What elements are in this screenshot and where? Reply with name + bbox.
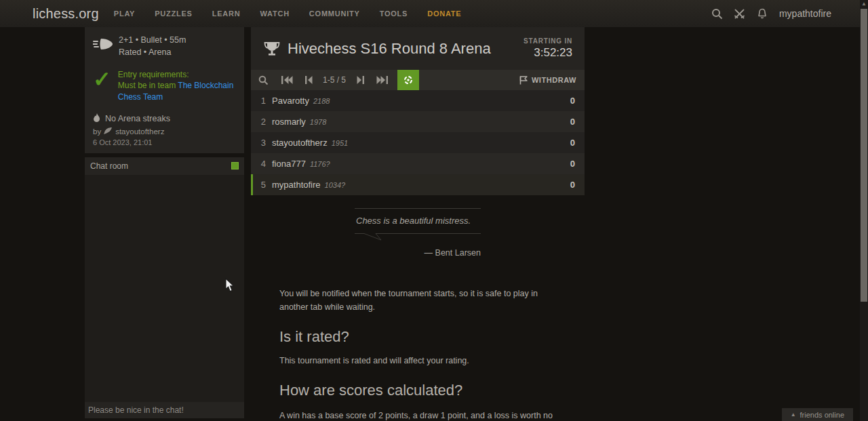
friends-online-label: friends online [800, 411, 844, 419]
tournament-sidebar: 2+1 • Bullet • 55m Rated • Arena ✓ Entry… [85, 27, 244, 421]
topnav: lichess.org PLAY PUZZLES LEARN WATCH COM… [0, 0, 868, 27]
player-name[interactable]: mypathtofire [272, 180, 321, 190]
nav-item-watch[interactable]: WATCH [260, 9, 289, 18]
challenges-crossed-swords-icon[interactable] [733, 7, 747, 20]
player-search-icon[interactable] [251, 70, 275, 90]
expand-up-icon: ▲ [791, 412, 796, 418]
standings-row[interactable]: 4 fiona777 1176? 0 [251, 153, 585, 174]
chat-input[interactable] [85, 402, 244, 418]
flag-icon [519, 76, 528, 85]
trophy-icon [263, 40, 281, 58]
quote-author: — Bent Larsen [355, 248, 481, 258]
chat-room-title: Chat room [90, 161, 128, 171]
player-rank: 1 [255, 96, 266, 106]
streaks-text: No Arena streaks [105, 114, 170, 123]
tournament-date: 6 Oct 2023, 21:01 [93, 138, 237, 146]
standings-row[interactable]: 1 Pavarotty 2188 0 [251, 90, 585, 111]
player-score: 0 [570, 180, 575, 190]
tournament-header: Hivechess S16 Round 8 Arena STARTING IN … [251, 27, 585, 70]
scrollbar-up-arrow[interactable]: ▲ [860, 0, 868, 8]
standings-toolbar: 1-5 / 5 WITHDRAW [251, 70, 585, 90]
player-score: 0 [570, 159, 575, 169]
scrollbar-thumb[interactable] [861, 9, 867, 302]
withdraw-label: WITHDRAW [532, 76, 576, 84]
player-name[interactable]: Pavarotty [272, 96, 309, 106]
topnav-right: mypathtofire [711, 7, 831, 20]
chat-toggle[interactable] [231, 162, 239, 169]
countdown-timer: 3:52:23 [524, 46, 572, 60]
entry-check-icon: ✓ [93, 69, 118, 102]
nav-item-tools[interactable]: TOOLS [380, 9, 408, 18]
entry-condition-text: Must be in team [118, 81, 178, 90]
pager-first-button[interactable] [275, 70, 298, 90]
page-scrollbar[interactable]: ▲ [860, 0, 868, 421]
standings-table: 1 Pavarotty 2188 0 2 rosmarly 1978 0 3 s… [251, 90, 585, 195]
player-rating: 2188 [313, 97, 330, 105]
tournament-notice: You will be notified when the tournament… [279, 287, 545, 314]
lichess-logo[interactable]: lichess.org [33, 6, 99, 22]
notifications-bell-icon[interactable] [755, 7, 769, 20]
flame-icon [93, 113, 100, 125]
friends-online-bar[interactable]: ▲ friends online [782, 408, 853, 421]
search-icon[interactable] [711, 7, 724, 20]
player-score: 0 [570, 117, 575, 127]
tournament-mode: Rated • Arena [119, 46, 186, 58]
nav-item-donate[interactable]: DONATE [427, 9, 461, 18]
main-menu: PLAY PUZZLES LEARN WATCH COMMUNITY TOOLS… [114, 9, 462, 18]
starting-in-label: STARTING IN [524, 37, 572, 45]
standings-row-current-user[interactable]: 5 mypathtofire 1034? 0 [251, 174, 585, 195]
player-name[interactable]: stayoutoftherz [272, 138, 328, 148]
nav-item-learn[interactable]: LEARN [212, 9, 241, 18]
bullet-speed-icon [93, 34, 119, 58]
player-rank: 3 [255, 138, 266, 148]
quote-bubble-tail [355, 233, 481, 241]
standings-row[interactable]: 3 stayoutoftherz 1951 0 [251, 132, 585, 153]
chat-panel: Chat room [85, 157, 244, 418]
by-label: by [93, 127, 101, 136]
nav-item-puzzles[interactable]: PUZZLES [155, 9, 193, 18]
faq-rated-answer: This tournament is rated and will affect… [279, 355, 564, 367]
quote-text: Chess is a beautiful mistress. [355, 209, 481, 231]
chat-messages-area [85, 175, 244, 402]
player-rating: 1034? [325, 181, 346, 189]
username-menu[interactable]: mypathtofire [779, 8, 831, 19]
player-rating: 1978 [310, 118, 326, 126]
player-name[interactable]: fiona777 [272, 159, 306, 169]
standings-row[interactable]: 2 rosmarly 1978 0 [251, 111, 585, 132]
player-rating: 1176? [310, 160, 330, 168]
time-control: 2+1 • Bullet • 55m [119, 34, 186, 46]
faq-rated-question: Is it rated? [279, 328, 585, 346]
feather-icon [104, 127, 113, 136]
player-score: 0 [570, 96, 575, 106]
nav-item-community[interactable]: COMMUNITY [309, 9, 360, 18]
player-rank: 5 [255, 180, 266, 190]
player-rank: 4 [255, 159, 266, 169]
faq-scores-question: How are scores calculated? [279, 382, 585, 399]
chess-quote: Chess is a beautiful mistress. — Bent La… [355, 208, 481, 258]
tournament-title: Hivechess S16 Round 8 Arena [288, 40, 491, 58]
tournament-faq: Is it rated? This tournament is rated an… [279, 328, 585, 421]
tournament-main: Hivechess S16 Round 8 Arena STARTING IN … [251, 27, 585, 421]
faq-scores-answer: A win has a base score of 2 points, a dr… [279, 409, 564, 421]
pager-next-button[interactable] [350, 70, 370, 90]
tournament-info-card: 2+1 • Bullet • 55m Rated • Arena ✓ Entry… [85, 27, 244, 153]
tournament-author[interactable]: stayoutoftherz [115, 127, 164, 136]
pager-last-button[interactable] [370, 70, 393, 90]
player-name[interactable]: rosmarly [272, 117, 306, 127]
player-score: 0 [570, 138, 575, 148]
player-rating: 1951 [332, 139, 348, 147]
player-rank: 2 [255, 117, 266, 127]
pager-prev-button[interactable] [298, 70, 319, 90]
entry-requirements-label: Entry requirements: [118, 69, 237, 80]
scroll-to-me-button[interactable] [397, 70, 419, 90]
pager-range: 1-5 / 5 [319, 75, 350, 85]
nav-item-play[interactable]: PLAY [114, 9, 135, 18]
withdraw-button[interactable]: WITHDRAW [519, 70, 576, 90]
